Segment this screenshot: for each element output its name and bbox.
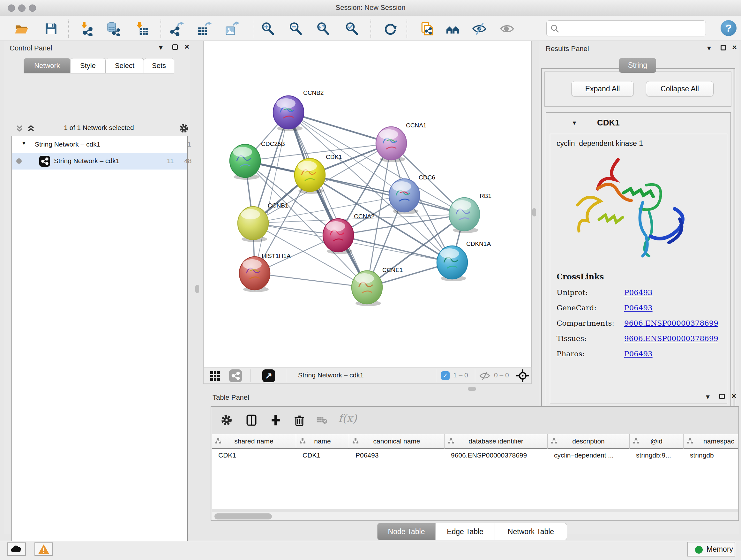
panel-menu-icon[interactable]: ▼ <box>158 44 164 51</box>
collapse-all-button[interactable]: Collapse All <box>646 81 714 97</box>
table-hscrollbar[interactable] <box>212 512 738 520</box>
table-gear-icon[interactable] <box>220 414 233 427</box>
search-field[interactable] <box>546 20 706 37</box>
import-table-file-icon[interactable] <box>134 21 149 36</box>
tab-network-table[interactable]: Network Table <box>495 523 567 540</box>
crosslink-link[interactable]: 9606.ENSP00000378699 <box>624 319 718 327</box>
search-icon <box>550 24 559 33</box>
save-session-icon[interactable] <box>44 21 58 36</box>
show-all-icon[interactable] <box>500 21 515 36</box>
crosslink-link[interactable]: P06493 <box>624 288 653 297</box>
panel-close-icon[interactable]: × <box>732 43 737 52</box>
column-header--id[interactable]: @id <box>630 434 684 449</box>
help-button[interactable]: ? <box>721 20 737 36</box>
open-session-icon[interactable] <box>14 21 29 36</box>
edge-CCNA2-CDKN1A[interactable] <box>338 235 452 262</box>
refresh-icon[interactable] <box>383 21 397 36</box>
new-network-from-selection-icon[interactable] <box>420 21 434 36</box>
export-table-icon[interactable] <box>197 21 212 36</box>
collection-expand-icon[interactable]: ▼ <box>21 140 26 146</box>
edge-CCNB2-HIST1H1A[interactable] <box>255 112 288 273</box>
crosslink-link[interactable]: P06493 <box>624 350 653 358</box>
create-column-icon[interactable] <box>269 414 282 427</box>
zoom-selected-icon[interactable] <box>345 21 359 36</box>
column-header-database-identifier[interactable]: database identifier <box>445 434 548 449</box>
panel-menu-icon[interactable]: ▼ <box>706 45 712 52</box>
splitter-handle[interactable] <box>532 208 536 216</box>
import-network-file-icon[interactable] <box>79 21 93 36</box>
function-builder-icon: f(x) <box>338 412 357 425</box>
tab-select[interactable]: Select <box>106 58 144 73</box>
tab-network[interactable]: Network <box>23 58 71 73</box>
table-row[interactable]: CDK1CDK1P064939606.ENSP00000378699cyclin… <box>212 449 738 463</box>
node-CCNE1[interactable]: CCNE1 <box>352 266 403 306</box>
gene-symbol: CDK1 <box>597 118 620 128</box>
node-label-CCNA1: CCNA1 <box>406 122 426 129</box>
network-row[interactable]: String Network – cdk1 11 48 <box>12 153 187 170</box>
network-name: String Network – cdk1 <box>298 371 363 379</box>
splitter-handle[interactable] <box>195 285 199 293</box>
node-RB1[interactable]: RB1 <box>449 192 491 233</box>
node-HIST1H1A[interactable]: HIST1H1A <box>239 253 291 292</box>
toolbar-separator <box>254 19 254 38</box>
first-neighbors-icon[interactable] <box>446 21 460 36</box>
crosslink-link[interactable]: 9606.ENSP00000378699 <box>624 334 718 343</box>
tab-style[interactable]: Style <box>71 58 106 73</box>
grid-view-icon[interactable] <box>210 371 220 381</box>
selected-checkbox-icon[interactable]: ✓ <box>441 371 450 380</box>
table-cell: stringdb <box>684 449 738 463</box>
panel-float-icon[interactable] <box>172 44 178 51</box>
warning-button[interactable] <box>35 543 53 556</box>
birds-eye-icon[interactable] <box>516 369 530 383</box>
export-image-icon[interactable] <box>225 21 239 36</box>
zoom-fit-icon[interactable] <box>316 21 331 36</box>
zoom-out-icon[interactable] <box>288 21 303 36</box>
panel-menu-icon[interactable]: ▼ <box>704 393 711 401</box>
node-CCNA1[interactable]: CCNA1 <box>376 122 426 162</box>
detach-view-icon[interactable]: ↗ <box>262 369 275 382</box>
splitter-handle[interactable] <box>468 387 476 391</box>
memory-button[interactable]: Memory <box>687 542 735 557</box>
column-header-canonical-name[interactable]: canonical name <box>349 434 445 449</box>
column-header-name[interactable]: name <box>296 434 349 449</box>
expand-all-button[interactable]: Expand All <box>571 81 634 97</box>
results-panel-title: Results Panel <box>546 45 589 53</box>
gear-icon[interactable] <box>179 123 189 133</box>
node-CDKN1A[interactable]: CDKN1A <box>437 240 491 281</box>
import-network-database-icon[interactable] <box>106 21 121 36</box>
panel-close-icon[interactable]: × <box>731 391 736 401</box>
network-collection-row[interactable]: ▼ String Network – cdk1 1 <box>12 136 187 153</box>
crosslink-label: GeneCard: <box>556 304 596 312</box>
tab-sets[interactable]: Sets <box>144 58 174 73</box>
tab-edge-table[interactable]: Edge Table <box>435 523 495 540</box>
selected-count: 1 – 0 <box>453 371 468 379</box>
search-input[interactable] <box>563 22 700 35</box>
column-header-namespac[interactable]: namespac <box>684 434 738 449</box>
cloud-button[interactable] <box>7 543 26 556</box>
tab-string[interactable]: String <box>619 58 656 73</box>
node-CDK1[interactable]: CDK1 <box>294 153 342 194</box>
edge-CCNB2-CCNA1[interactable] <box>288 112 391 143</box>
gene-header[interactable]: ▼ CDK1 <box>546 113 731 134</box>
hide-selected-icon[interactable] <box>472 21 487 36</box>
crosslink-link[interactable]: P06493 <box>624 304 653 312</box>
table-hscrollbar-thumb[interactable] <box>214 513 272 519</box>
column-header-shared-name[interactable]: shared name <box>212 434 296 449</box>
tab-node-table[interactable]: Node Table <box>377 523 435 540</box>
column-header-description[interactable]: description <box>548 434 630 449</box>
network-canvas[interactable]: CCNB2CCNA1CDC25BCDK1CDC6RB1CCNB1CCNA2CDK… <box>203 41 532 367</box>
gene-collapse-icon[interactable]: ▼ <box>571 120 577 126</box>
panel-close-icon[interactable]: × <box>185 42 189 52</box>
node-CCNB2[interactable]: CCNB2 <box>273 89 324 131</box>
panel-float-icon[interactable] <box>721 45 726 52</box>
zoom-in-icon[interactable] <box>261 21 275 36</box>
edge-HIST1H1A-CCNE1[interactable] <box>255 273 367 287</box>
edge-CCNB2-CCNE1[interactable] <box>288 112 367 287</box>
show-columns-icon[interactable] <box>245 414 258 427</box>
panel-float-icon[interactable] <box>719 393 725 401</box>
export-network-icon[interactable] <box>169 21 184 36</box>
network-view-icon[interactable] <box>229 369 242 382</box>
network-node-count: 11 <box>167 157 174 165</box>
node-CDC6[interactable]: CDC6 <box>389 174 435 214</box>
delete-column-icon[interactable] <box>293 414 306 427</box>
